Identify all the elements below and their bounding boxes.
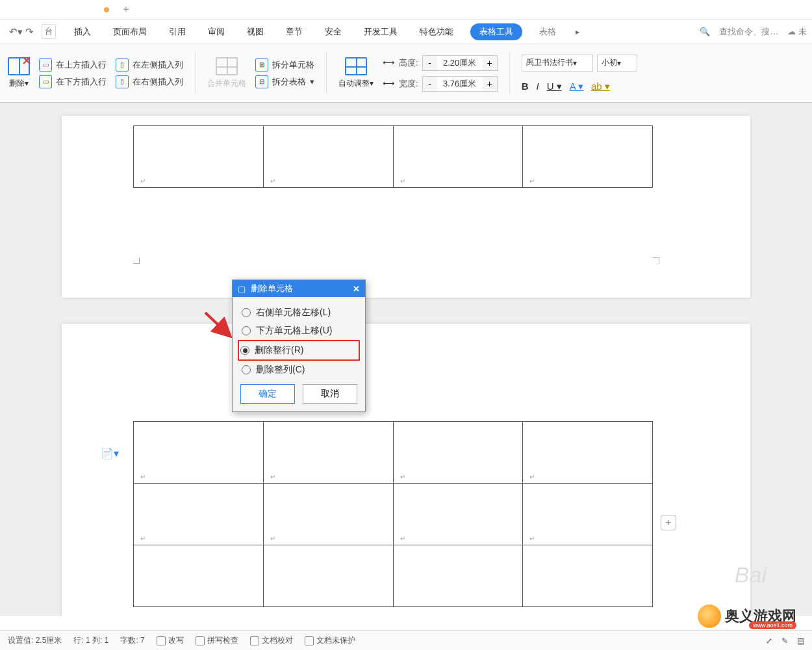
width-dec[interactable]: - [423,77,437,91]
insert-row-below[interactable]: ▭在下方插入行 [39,75,107,88]
width-value[interactable]: 3.76厘米 [437,78,483,90]
svg-line-2 [205,313,229,335]
tab-special[interactable]: 特色功能 [414,22,459,42]
add-row-handle[interactable]: + [661,515,676,530]
table-2[interactable]: ↵↵↵↵ ↵↵↵↵ [133,421,653,607]
font-name-select[interactable]: 禹卫书法行书▾ [522,55,593,72]
status-doc-compare[interactable]: 文档校对 [250,635,293,646]
height-label: 高度: [399,57,418,69]
flame-icon [698,604,721,628]
status-set-value: 设置值: 2.5厘米 [8,635,62,646]
insert-col-left[interactable]: ▯在左侧插入列 [116,58,183,72]
dialog-app-icon: ▢ [238,284,246,294]
italic-button[interactable]: I [536,81,539,92]
width-icon: ⟷ [383,79,395,88]
view-fit-icon[interactable]: ⤢ [766,636,772,645]
font-color-button[interactable]: A ▾ [570,81,583,92]
split-table[interactable]: ⊟拆分表格▾ [255,75,314,88]
radio-icon [242,308,251,317]
font-size-select[interactable]: 小初 ▾ [597,55,637,72]
new-tab-button[interactable]: ＋ [121,3,131,16]
tab-dev-tools[interactable]: 开发工具 [359,22,403,42]
ribbon-tabs: 插入 页面布局 引用 审阅 视图 章节 安全 开发工具 特色功能 表格工具 表格… [69,22,582,42]
status-word-count[interactable]: 字数: 7 [120,635,144,646]
radio-icon [242,326,251,335]
cloud-icon[interactable]: ☁ 未 [787,26,807,38]
tab-insert[interactable]: 插入 [69,22,96,42]
delete-dropdown[interactable]: 删除▾ [8,57,30,89]
tab-page-layout[interactable]: 页面布局 [108,22,152,42]
annotation-arrow [203,309,235,341]
page-1: ↵↵↵↵ [62,116,750,298]
opt-delete-row[interactable]: 删除整行(R) [238,340,360,361]
tab-references[interactable]: 引用 [164,22,191,42]
search-icon: 🔍 [700,27,710,36]
unsaved-dot [104,7,109,12]
tab-view[interactable]: 视图 [242,22,269,42]
ok-button[interactable]: 确定 [240,384,295,404]
tab-security[interactable]: 安全 [320,22,347,42]
status-bar: 设置值: 2.5厘米 行: 1 列: 1 字数: 7 改写 拼写检查 文档校对 … [0,630,812,650]
height-value[interactable]: 2.20厘米 [437,57,483,69]
radio-icon [242,365,251,374]
insert-col-right[interactable]: ▯在右侧插入列 [116,75,183,88]
tab-truncated-right[interactable]: 表格 [534,22,561,42]
height-spinner[interactable]: - 2.20厘米 + [422,55,498,71]
insert-row-above[interactable]: ▭在上方插入行 [39,58,107,72]
height-icon: ⟷ [383,58,395,68]
width-inc[interactable]: + [483,77,497,91]
width-spinner[interactable]: - 3.76厘米 + [422,76,498,92]
tab-sections[interactable]: 章节 [281,22,308,42]
overflow-icon[interactable]: ▸ [573,26,582,38]
status-row-col: 行: 1 列: 1 [73,635,108,646]
radio-icon [240,346,249,355]
table-1[interactable]: ↵↵↵↵ [133,125,653,188]
cancel-button[interactable]: 取消 [303,384,357,404]
autofit-dropdown[interactable]: 自动调整▾ [338,57,374,89]
tab-review[interactable]: 审阅 [203,22,230,42]
status-protection[interactable]: 文档未保护 [305,635,355,646]
view-mode-icon[interactable]: ✎ [781,636,788,645]
command-search[interactable]: 查找命令、搜… [719,26,778,38]
merge-cells: 合并单元格 [207,57,246,89]
watermark: Bai [735,562,767,588]
undo-button[interactable]: ↶▾ [9,26,23,38]
tab-truncated-left[interactable]: 台 [42,24,56,39]
status-overwrite[interactable]: 改写 [157,635,184,646]
dialog-title: 删除单元格 [251,283,293,294]
delete-cells-dialog: ▢ 删除单元格 ✕ 右侧单元格左移(L) 下方单元格上移(U) 删除整行(R) … [232,280,366,412]
redo-button[interactable]: ↷ [25,26,34,38]
tab-table-tools[interactable]: 表格工具 [470,23,522,40]
site-watermark: 奥义游戏网 www.aoe1.com [698,604,796,628]
bold-button[interactable]: B [522,81,529,92]
view-read-icon[interactable]: ▤ [797,636,804,645]
page-2: 📄▾ ↵↵↵↵ ↵↵↵↵ + [62,324,750,616]
highlight-button[interactable]: ab ▾ [591,81,610,92]
underline-button[interactable]: U ▾ [547,81,562,92]
status-spellcheck[interactable]: 拼写检查 [196,635,238,646]
width-label: 宽度: [399,78,418,90]
dialog-close-button[interactable]: ✕ [353,284,360,294]
opt-shift-up[interactable]: 下方单元格上移(U) [240,322,357,340]
height-dec[interactable]: - [423,56,437,70]
split-cells[interactable]: ⊞拆分单元格 [255,58,314,72]
opt-shift-left[interactable]: 右侧单元格左移(L) [240,304,357,322]
side-panel-toggle[interactable]: 📄▾ [101,447,119,460]
opt-delete-col[interactable]: 删除整列(C) [240,361,357,379]
height-inc[interactable]: + [483,56,497,70]
